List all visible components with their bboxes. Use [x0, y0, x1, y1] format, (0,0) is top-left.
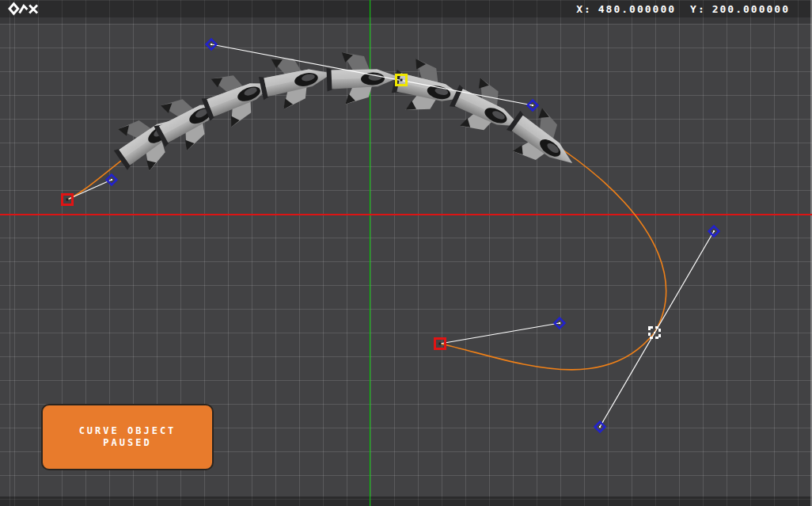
handle-center-dot — [599, 426, 601, 428]
ship-sprite — [444, 71, 532, 150]
tangent-line — [67, 180, 112, 200]
mouse-coordinates-readout: X: 480.000000 Y: 200.000000 — [576, 3, 790, 15]
coord-x-label: X: — [576, 3, 592, 15]
status-banner-line1: CURVE OBJECT — [79, 425, 176, 437]
coord-y-label: Y: — [690, 3, 706, 15]
handle-center-dot — [713, 230, 715, 232]
coord-y-value: 200.000000 — [712, 3, 790, 15]
anchor-center-dot — [654, 332, 655, 333]
ship-sprite — [499, 98, 588, 183]
status-banner-line2: PAUSED — [103, 437, 151, 449]
ship-sprite — [256, 47, 338, 113]
anchor-center-dot — [439, 343, 442, 345]
hud-top-bar: X: 480.000000 Y: 200.000000 — [0, 0, 812, 17]
tangent-line — [440, 323, 560, 344]
anchor-center-dot — [400, 79, 403, 82]
curve-editor-canvas[interactable]: X: 480.000000 Y: 200.000000 CURVE OBJECT… — [0, 0, 812, 506]
handle-center-dot — [211, 44, 212, 45]
orx-logo — [6, 2, 41, 16]
tangent-line — [600, 231, 714, 427]
orx-logo-icon — [6, 2, 41, 16]
status-banner: CURVE OBJECT PAUSED — [41, 404, 214, 470]
coord-x-value: 480.000000 — [598, 3, 676, 15]
curve-path — [67, 74, 666, 370]
handle-center-dot — [532, 105, 533, 106]
handle-center-dot — [559, 322, 560, 324]
handle-center-dot — [111, 179, 112, 181]
ship-sprite — [326, 50, 400, 105]
anchor-center-dot — [66, 199, 69, 201]
